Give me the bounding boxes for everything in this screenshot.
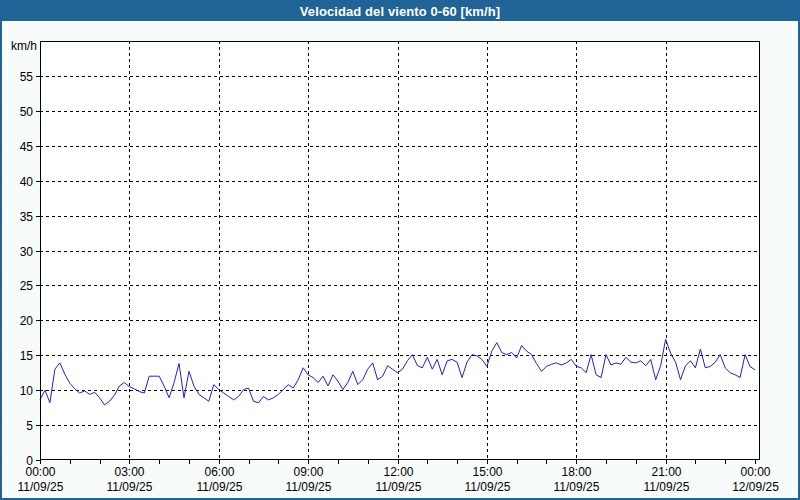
y-tick-label: 20 bbox=[20, 314, 34, 328]
y-axis-unit-label: km/h bbox=[11, 39, 37, 53]
plot-background bbox=[40, 41, 760, 460]
y-tick-label: 40 bbox=[20, 175, 34, 189]
x-tick-date-label: 11/09/25 bbox=[18, 480, 64, 494]
y-tick-label: 5 bbox=[26, 419, 33, 433]
wind-speed-chart: 0510152025303540455055km/h00:0011/09/250… bbox=[0, 0, 800, 500]
y-tick-label: 50 bbox=[20, 105, 34, 119]
x-tick-time-label: 06:00 bbox=[204, 465, 234, 479]
x-tick-time-label: 18:00 bbox=[561, 465, 591, 479]
x-tick-time-label: 09:00 bbox=[293, 465, 323, 479]
x-tick-date-label: 11/09/25 bbox=[107, 480, 153, 494]
y-tick-label: 55 bbox=[20, 70, 34, 84]
x-tick-time-label: 12:00 bbox=[383, 465, 413, 479]
x-tick-date-label: 11/09/25 bbox=[197, 480, 243, 494]
x-tick-date-label: 12/09/25 bbox=[732, 480, 779, 494]
x-tick-time-label: 00:00 bbox=[25, 465, 55, 479]
y-tick-label: 15 bbox=[20, 349, 34, 363]
x-tick-time-label: 15:00 bbox=[472, 465, 502, 479]
y-tick-label: 25 bbox=[20, 279, 34, 293]
x-tick-date-label: 11/09/25 bbox=[286, 480, 332, 494]
y-tick-label: 30 bbox=[20, 245, 34, 259]
x-tick-date-label: 11/09/25 bbox=[376, 480, 422, 494]
x-tick-date-label: 11/09/25 bbox=[644, 480, 690, 494]
x-tick-date-label: 11/09/25 bbox=[465, 480, 511, 494]
y-tick-label: 35 bbox=[20, 210, 34, 224]
plot-area bbox=[40, 41, 760, 460]
x-tick-date-label: 11/09/25 bbox=[554, 480, 600, 494]
y-tick-label: 10 bbox=[20, 384, 34, 398]
x-tick-time-label: 00:00 bbox=[740, 465, 770, 479]
x-tick-time-label: 21:00 bbox=[651, 465, 681, 479]
y-tick-label: 45 bbox=[20, 140, 34, 154]
wind-speed-chart-window: Velocidad del viento 0-60 [km/h] 0510152… bbox=[0, 0, 800, 500]
x-tick-time-label: 03:00 bbox=[114, 465, 144, 479]
